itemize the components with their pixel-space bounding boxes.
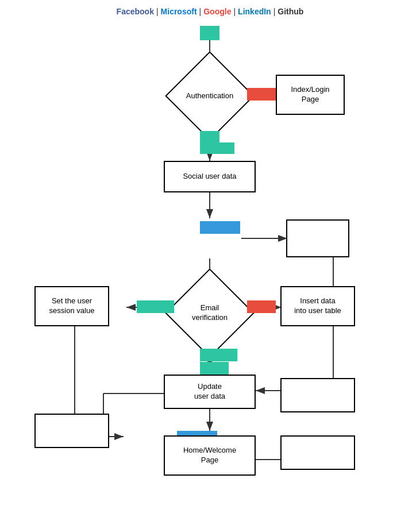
social-data-box: Social user data (164, 161, 256, 192)
email-no-indicator (247, 300, 276, 313)
link-google[interactable]: Google (203, 7, 231, 16)
link-microsoft[interactable]: Microsoft (161, 7, 197, 16)
link-linkedin[interactable]: LinkedIn (238, 7, 271, 16)
auth-yes-indicator (200, 131, 219, 142)
email-diamond (165, 268, 255, 358)
home-box: Home/WelcomePage (164, 435, 256, 476)
right-lower-box (280, 435, 355, 470)
insert-data-label: Insert datainto user table (294, 296, 341, 316)
sep-4: | (273, 7, 276, 16)
index-login-label: Index/LoginPage (291, 85, 329, 105)
auth-diamond-wrapper: Authentication (177, 63, 242, 129)
link-github[interactable]: Github (278, 7, 303, 16)
sep-3: | (233, 7, 236, 16)
auth-diamond (165, 51, 255, 141)
insert-data-box: Insert datainto user table (280, 286, 355, 326)
email-down-indicator2 (200, 362, 229, 375)
email-yes-indicator (137, 300, 174, 313)
link-facebook[interactable]: Facebook (117, 7, 154, 16)
update-data-box: Updateuser data (164, 375, 256, 409)
diagram-container: Facebook | Microsoft | Google | LinkedIn… (0, 0, 420, 517)
check-db-indicator (200, 221, 240, 234)
email-diamond-wrapper: Emailverification (177, 280, 242, 346)
update-data-label: Updateuser data (194, 382, 225, 402)
header-links: Facebook | Microsoft | Google | LinkedIn… (117, 7, 304, 16)
bottom-left-box (34, 414, 109, 448)
auth-no-indicator (247, 88, 276, 101)
index-login-box: Index/LoginPage (276, 75, 345, 115)
sep-1: | (156, 7, 159, 16)
check-db-right-box (286, 219, 349, 257)
set-session-box: Set the usersession value (34, 286, 109, 326)
social-data-label: Social user data (183, 172, 236, 182)
home-label: Home/WelcomePage (183, 446, 236, 465)
sep-2: | (199, 7, 202, 16)
bottom-right-box (280, 378, 355, 412)
email-down-indicator (200, 349, 237, 361)
set-session-label: Set the usersession value (49, 296, 95, 316)
start-indicator (200, 26, 219, 40)
auth-yes-indicator2 (200, 142, 234, 154)
